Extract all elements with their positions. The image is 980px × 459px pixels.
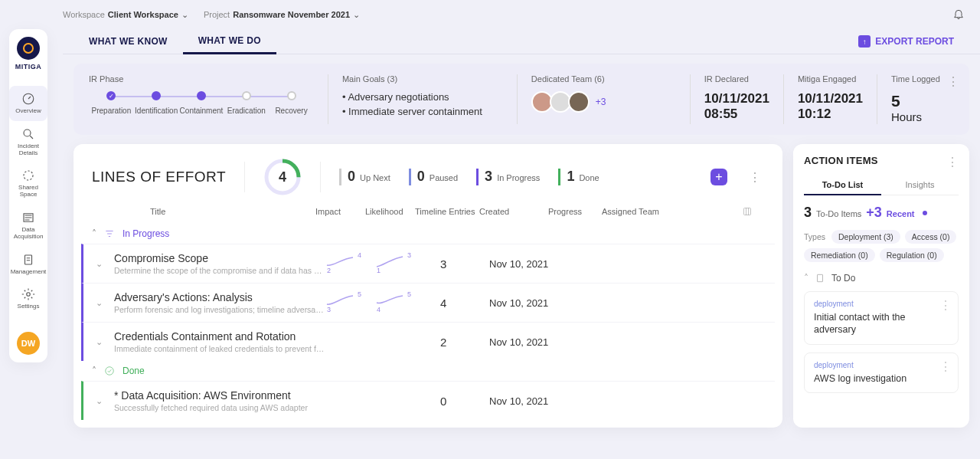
section-title: Main Goals (3) [342,74,503,84]
created-date: Nov 10, 2021 [489,336,558,348]
column-likelihood: Likelihood [365,207,415,218]
brand-logo [17,37,40,60]
team-more-badge[interactable]: +3 [596,97,606,107]
clipboard-icon [21,253,35,267]
lines-of-effort-panel: LINES OF EFFORT 4 0Up Next 0Paused 3In P… [74,144,782,428]
column-actions-toggle[interactable] [743,207,752,218]
card-text: Initial contact with the adversary [814,311,949,336]
section-title: IR Phase [89,74,314,84]
table-row[interactable]: ⌄ Adversary's Actions: Analysis Perform … [81,283,775,322]
action-more-button[interactable]: ⋮ [946,155,959,169]
sidebar-item-management[interactable]: Management [9,247,47,282]
panel-title: ACTION ITEMS [804,155,959,166]
section-done-toggle[interactable]: ˄ Done [74,361,782,381]
row-description: Determine the scope of the compromise an… [114,266,325,275]
filter-chip-access[interactable]: Access (0) [905,230,957,244]
sidebar-item-data[interactable]: Data Acquisition [9,205,47,247]
brand-name: MITIGA [15,63,42,70]
sidebar-item-incident[interactable]: Incident Details [9,121,47,163]
sidebar-item-label: Settings [18,303,40,310]
stat-value: 10:12 [798,107,863,122]
clipboard-icon [815,273,825,284]
phase-eradication: Eradication [224,91,269,115]
main-area: Workspace Client Workspace ⌄ Project Ran… [63,0,980,459]
sidebar-item-shared[interactable]: Shared Space [9,162,47,205]
stat-done: 1Done [558,169,599,185]
recent-label: Recent [887,209,915,218]
crumb-label: Workspace [63,10,105,19]
action-items-panel: ACTION ITEMS ⋮ To-Do List Insights 3 To-… [793,144,969,428]
row-title: Compromise Scope [114,252,325,264]
team-avatar[interactable] [568,91,590,113]
svg-rect-7 [744,208,751,215]
filter-chip-regulation[interactable]: Regulation (0) [880,248,944,262]
column-team: Assigned Team [602,207,694,218]
tab-todo-list[interactable]: To-Do List [804,175,881,195]
todo-count: 3 [804,205,812,221]
expand-row-button[interactable]: ⌄ [96,298,114,308]
main-tabs: WHAT WE KNOW WHAT WE DO ↑ EXPORT REPORT [63,21,980,54]
workspace-crumb[interactable]: Workspace Client Workspace ⌄ [63,10,188,20]
topbar: Workspace Client Workspace ⌄ Project Ran… [63,0,980,21]
types-label: Types [804,232,825,241]
expand-row-button[interactable]: ⌄ [96,259,114,269]
svg-rect-3 [25,255,32,264]
section-inprogress-toggle[interactable]: ˄ In Progress [74,224,782,244]
filter-chip-remediation[interactable]: Remediation (0) [804,248,875,262]
phase-identification: Identification [134,91,179,115]
sidebar: MITIGA Overview Incident Details Shared … [9,29,47,362]
section-label: Done [122,366,145,376]
row-description: Successfully fetched required data using… [114,403,325,412]
stat-value: 10/11/2021 [798,91,863,107]
expand-row-button[interactable]: ⌄ [96,337,114,347]
column-timeline: Timeline Entries [415,207,479,218]
chevron-up-icon: ˄ [804,273,808,284]
card-more-button[interactable]: ⋮ [939,298,952,313]
sidebar-item-overview[interactable]: Overview [9,86,47,121]
notifications-button[interactable] [952,8,965,21]
impact-spark: 2 4 [325,254,375,273]
columns-icon [743,207,752,216]
timeline-count: 2 [425,336,489,349]
phase-containment: Containment [179,91,224,115]
stat-inprogress: 3In Progress [476,169,540,185]
export-report-button[interactable]: ↑ EXPORT REPORT [858,35,969,48]
gear-icon [21,287,35,301]
time-logged-section: Time Logged 5 Hours [877,74,954,124]
recent-indicator-icon [923,211,927,215]
tab-what-we-know[interactable]: WHAT WE KNOW [74,30,183,53]
section-label: In Progress [122,228,169,239]
lines-table-header: Title Impact Likelihood Timeline Entries… [74,196,782,224]
action-item-card[interactable]: ⋮ deployment Initial contact with the ad… [804,291,959,345]
project-crumb[interactable]: Project Ransomware November 2021 ⌄ [204,10,360,20]
table-row[interactable]: ⌄ * Data Acquisition: AWS Environment Su… [81,381,775,420]
chevron-down-icon: ⌄ [353,10,360,20]
column-progress: Progress [548,207,602,218]
tab-what-we-do[interactable]: WHAT WE DO [183,29,276,54]
lines-more-button[interactable]: ⋮ [746,170,764,185]
svg-point-1 [24,130,31,136]
summary-more-button[interactable]: ⋮ [947,74,960,89]
crumb-label: Project [204,10,230,19]
card-tag: deployment [814,361,949,369]
tab-insights[interactable]: Insights [881,175,959,195]
chevron-down-icon: ⌄ [181,10,188,20]
expand-row-button[interactable]: ⌄ [96,396,114,406]
action-item-card[interactable]: ⋮ deployment AWS log investigation [804,352,959,393]
user-avatar[interactable]: DW [17,332,40,355]
card-more-button[interactable]: ⋮ [939,359,952,374]
filter-chip-deployment[interactable]: Deployment (3) [831,230,900,244]
dedicated-team-section: Dedicated Team (6) +3 [518,74,691,124]
add-line-button[interactable]: + [710,169,727,185]
sidebar-item-settings[interactable]: Settings [9,281,47,316]
table-row[interactable]: ⌄ Compromise Scope Determine the scope o… [81,244,775,283]
timeline-count: 4 [425,297,489,310]
action-section-todo[interactable]: ˄ To Do [804,273,959,284]
row-title: * Data Acquisition: AWS Environment [114,389,325,402]
gauge-icon [21,92,35,106]
likelihood-spark: 4 5 [375,293,425,312]
svg-point-8 [106,367,114,375]
table-row[interactable]: ⌄ Credentials Containment and Rotation I… [81,322,775,361]
chevron-up-icon: ˄ [92,366,96,376]
phase-preparation: Preparation [89,91,134,115]
